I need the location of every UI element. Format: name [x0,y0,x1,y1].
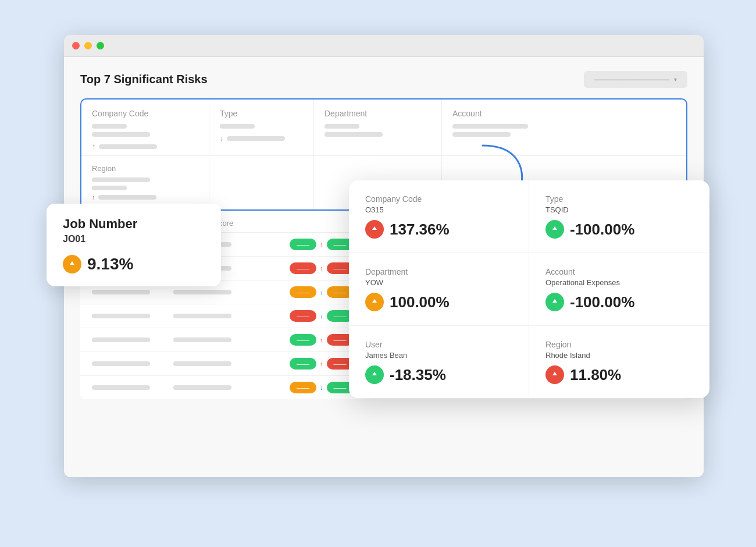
placeholder-line [92,132,150,137]
detail-cell-company-code: Company Code O315 137.36% [349,180,529,253]
browser-titlebar [64,35,704,57]
arrow-up-icon: ↑ [92,194,95,201]
percent-icon-green [545,220,564,239]
detail-percent: 11.80% [545,365,693,384]
detail-label: Company Code [365,194,512,204]
job-number-label: Job Number [63,216,205,232]
detail-cell-account: Account Operational Expenses -100.00% [529,253,709,326]
page-header: Top 7 Significant Risks ────────────── ▾ [80,71,687,88]
detail-percent: -18.35% [365,365,512,384]
score-badge-red: —— [290,310,316,322]
detail-label: Department [365,267,512,276]
placeholder-line [227,136,285,141]
arrow-up-icon: ↑ [92,143,95,151]
page-title: Top 7 Significant Risks [80,73,208,86]
filter-dropdown[interactable]: ────────────── ▾ [584,71,687,88]
chevron-down-icon: ▾ [674,76,677,83]
detail-sublabel: Rhode Island [545,351,693,360]
detail-sublabel: TSQID [545,205,693,214]
detail-sublabel: Operational Expenses [545,278,693,287]
maximize-dot[interactable] [97,42,104,49]
score-badge-yellow: —— [290,382,316,393]
body-cell: Region ↑ [81,156,209,209]
arrow-down-icon: ↓ [220,134,223,143]
th-type: Type ↓ [209,100,314,155]
detail-card: Company Code O315 137.36% Type TSQID [349,180,709,398]
job-number-card: Job Number JO01 9.13% [47,204,221,286]
arrow-up-icon: ↑ [320,360,323,367]
score-badge-green: —— [290,334,316,346]
detail-percent: 100.00% [365,293,512,311]
detail-label: Account [545,267,693,276]
score-badge-yellow: —— [290,286,316,298]
th-department: Department [314,100,442,155]
placeholder-line [452,132,511,137]
percent-icon-red [365,220,384,239]
score-badge-red: —— [290,262,316,274]
scene: Top 7 Significant Risks ────────────── ▾… [29,23,727,524]
arrow-up-icon [68,260,76,268]
placeholder-line [324,132,383,137]
arrow-down-icon: ↓ [320,312,323,319]
detail-sublabel: YOW [365,278,512,287]
body-cell [209,156,314,209]
placeholder-line [324,124,359,129]
arrow-down-icon: ↓ [320,289,323,296]
placeholder-line [452,124,528,129]
detail-cell-user: User James Bean -18.35% [349,326,529,398]
detail-percent: -100.00% [545,220,693,239]
detail-sublabel: James Bean [365,351,512,360]
job-number-percent: 9.13% [63,255,205,274]
th-company-code: Company Code ↑ [81,100,209,155]
detail-percent: -100.00% [545,293,693,311]
score-badge-green: —— [290,239,316,250]
percent-icon-orange [365,293,384,311]
placeholder-line [99,144,157,149]
arrow-down-icon: ↓ [320,384,323,391]
percent-icon-orange [63,255,81,274]
detail-sublabel: O315 [365,205,512,214]
detail-grid: Company Code O315 137.36% Type TSQID [349,180,709,398]
th-account: Account [442,100,570,155]
detail-label: Region [545,340,693,349]
table-header-row: Company Code ↑ Type [81,100,686,156]
job-number-value: JO01 [63,234,205,244]
detail-cell-type: Type TSQID -100.00% [529,180,709,253]
score-badge-green: —— [290,358,316,370]
arrow-up-icon: ↑ [320,336,323,343]
detail-label: Type [545,194,693,204]
placeholder-line [92,124,127,129]
arrow-up-icon: ↑ [320,241,323,248]
placeholder-line [220,124,255,129]
detail-percent: 137.36% [365,220,512,239]
close-dot[interactable] [72,42,80,49]
detail-label: User [365,340,512,349]
percent-icon-green [365,365,384,384]
arrow-up-icon: ↑ [320,265,323,272]
percent-icon-red [545,365,564,384]
percent-icon-green [545,293,564,311]
minimize-dot[interactable] [84,42,92,49]
detail-cell-department: Department YOW 100.00% [349,253,529,326]
dropdown-label: ────────────── [594,75,669,84]
detail-cell-region: Region Rhode Island 11.80% [529,326,709,398]
